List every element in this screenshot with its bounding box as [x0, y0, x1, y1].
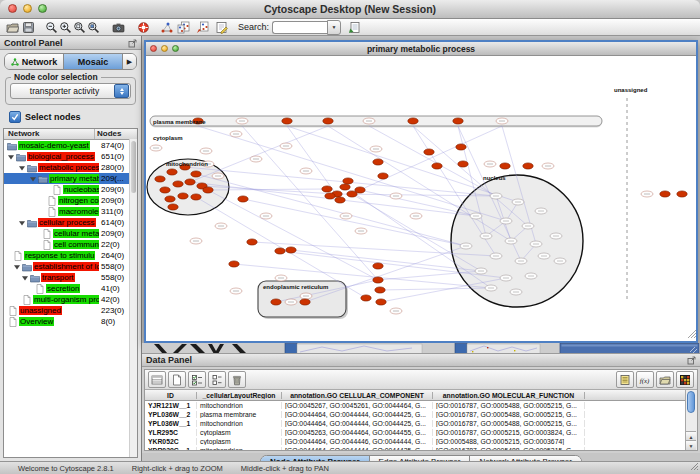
select-attributes-icon[interactable]	[188, 371, 206, 388]
snapshot-camera-icon[interactable]	[111, 20, 125, 34]
graph-node[interactable]	[660, 191, 670, 197]
tree-header-nodes[interactable]: Nodes	[94, 129, 137, 139]
network-canvas-container[interactable]: plasma membranecytoplasmmitochondrionnuc…	[146, 56, 696, 341]
expand-arrow-icon[interactable]	[21, 274, 30, 282]
delete-attribute-icon[interactable]	[228, 371, 246, 388]
tree-row[interactable]: multi-organism pro42(0)	[4, 294, 137, 305]
graph-node[interactable]	[322, 186, 332, 192]
network-view-titlebar[interactable]: primary metabolic process	[146, 42, 696, 56]
graph-node[interactable]	[155, 176, 165, 182]
new-attribute-icon[interactable]	[168, 371, 186, 388]
graph-node[interactable]	[247, 239, 257, 245]
import-network-icon[interactable]	[347, 20, 361, 34]
tree-row[interactable]: Overview8(0)	[4, 316, 137, 327]
network-copy-icon[interactable]	[176, 20, 190, 34]
attribute-matrix-icon[interactable]	[676, 371, 694, 388]
graph-node[interactable]	[160, 187, 170, 193]
save-session-icon[interactable]	[21, 20, 35, 34]
float-panel-icon[interactable]	[128, 34, 137, 52]
tree-row[interactable]: response to stimulu264(0)	[4, 250, 137, 261]
graph-node[interactable]	[375, 287, 385, 293]
graph-node[interactable]	[343, 178, 353, 184]
table-row[interactable]: YKR052Ccytoplasm[GO:0044464, GO:0044446,…	[145, 437, 685, 446]
network-canvas[interactable]: plasma membranecytoplasmmitochondrionnuc…	[146, 56, 696, 340]
graph-node[interactable]	[286, 247, 296, 253]
minimize-button[interactable]	[23, 4, 32, 13]
graph-node[interactable]	[424, 149, 434, 155]
graph-node[interactable]	[173, 181, 183, 187]
select-nodes-checkbox[interactable]	[9, 111, 21, 123]
tree-row[interactable]: nitrogen compo209(0)	[4, 195, 137, 206]
expand-arrow-icon[interactable]	[18, 219, 27, 227]
expand-arrow-icon[interactable]	[18, 164, 27, 172]
frame-close-button[interactable]	[150, 45, 157, 52]
tree-row[interactable]: transport558(0)	[4, 272, 137, 283]
frame-minimize-button[interactable]	[161, 45, 168, 52]
tree-row[interactable]: primary metabo209(...	[4, 173, 137, 184]
zoom-selected-icon[interactable]	[86, 20, 100, 34]
frame-zoom-button[interactable]	[172, 45, 179, 52]
resize-grip-icon[interactable]	[690, 462, 699, 473]
graph-node[interactable]	[238, 196, 248, 202]
unselect-attributes-icon[interactable]	[208, 371, 226, 388]
graph-node[interactable]	[282, 118, 292, 124]
tree-row[interactable]: biological_process651(0)	[4, 151, 137, 162]
table-row[interactable]: YJR121W__1mitochondrion[GO:0045267, GO:0…	[145, 401, 685, 410]
attribute-table[interactable]: ID_cellularLayoutRegionannotation.GO CEL…	[145, 390, 685, 450]
graph-node[interactable]	[373, 277, 383, 283]
table-row[interactable]: YPL036W__2plasma membrane[GO:0044464, GO…	[145, 410, 685, 419]
open-file-icon[interactable]	[5, 20, 19, 34]
graph-node[interactable]	[458, 161, 468, 167]
annotation-icon[interactable]	[214, 20, 228, 34]
node-color-combo[interactable]: transporter activity	[10, 83, 131, 99]
graph-node[interactable]	[167, 169, 177, 175]
tree-row[interactable]: metabolic process280(0)	[4, 162, 137, 173]
graph-node[interactable]	[500, 163, 510, 169]
tab-network[interactable]: Network	[5, 54, 63, 69]
graph-node[interactable]	[373, 159, 383, 165]
search-dropdown-button[interactable]: ▼	[327, 20, 341, 35]
graph-node[interactable]	[361, 295, 371, 301]
graph-node[interactable]	[378, 173, 388, 179]
tree-row[interactable]: secretion41(0)	[4, 283, 137, 294]
graph-node[interactable]	[376, 299, 386, 305]
zoom-out-icon[interactable]	[44, 20, 58, 34]
graph-node[interactable]	[340, 184, 350, 190]
table-row[interactable]: YPL036W__1mitochondrion[GO:0044464, GO:0…	[145, 419, 685, 428]
column-header[interactable]: _cellularLayoutRegion	[197, 392, 282, 399]
search-input[interactable]	[272, 21, 327, 34]
tree-row[interactable]: cellular metabol209(0)	[4, 228, 137, 239]
combo-stepper-icon[interactable]	[114, 84, 129, 98]
graph-node[interactable]	[191, 194, 201, 200]
tree-row[interactable]: cellular process614(0)	[4, 217, 137, 228]
graph-node[interactable]	[408, 118, 418, 124]
scroll-down-button[interactable]: ▼	[686, 440, 696, 450]
scrollbar-thumb[interactable]	[687, 391, 695, 413]
tree-row[interactable]: cell communicat22(0)	[4, 239, 137, 250]
graph-node[interactable]	[523, 163, 533, 169]
graph-node[interactable]	[355, 187, 365, 193]
table-row[interactable]: YDR039C__1mitochondrion[GO:0044464, GO:0…	[145, 446, 685, 450]
zoom-fit-icon[interactable]	[72, 20, 86, 34]
graph-node[interactable]	[185, 179, 195, 185]
graph-node[interactable]	[203, 187, 213, 193]
column-header[interactable]: annotation.GO MOLECULAR_FUNCTION	[433, 392, 585, 399]
import-attributes-icon[interactable]	[656, 371, 674, 388]
tree-row[interactable]: establishment of lo558(0)	[4, 261, 137, 272]
tree-row[interactable]: macromolecule311(0)	[4, 206, 137, 217]
expand-arrow-icon[interactable]	[13, 263, 22, 271]
network-view-frame[interactable]: primary metabolic process plasma membran…	[144, 40, 698, 343]
help-lifering-icon[interactable]	[136, 20, 150, 34]
zoom-button[interactable]	[38, 4, 47, 13]
graph-node[interactable]	[165, 196, 175, 202]
graph-node[interactable]	[271, 299, 281, 305]
graph-node[interactable]	[453, 118, 463, 124]
table-scrollbar[interactable]: ▲ ▼	[685, 390, 697, 450]
tree-row[interactable]: mosaic-demo-yeast874(0)	[4, 140, 137, 151]
table-row[interactable]: YLR295Ccytoplasm[GO:0045263, GO:0044464,…	[145, 428, 685, 437]
expand-arrow-icon[interactable]	[7, 153, 16, 161]
graph-node[interactable]	[300, 299, 310, 305]
zoom-in-icon[interactable]	[58, 20, 72, 34]
column-header[interactable]: annotation.GO CELLULAR_COMPONENT	[282, 392, 433, 399]
graph-node[interactable]	[677, 191, 687, 197]
